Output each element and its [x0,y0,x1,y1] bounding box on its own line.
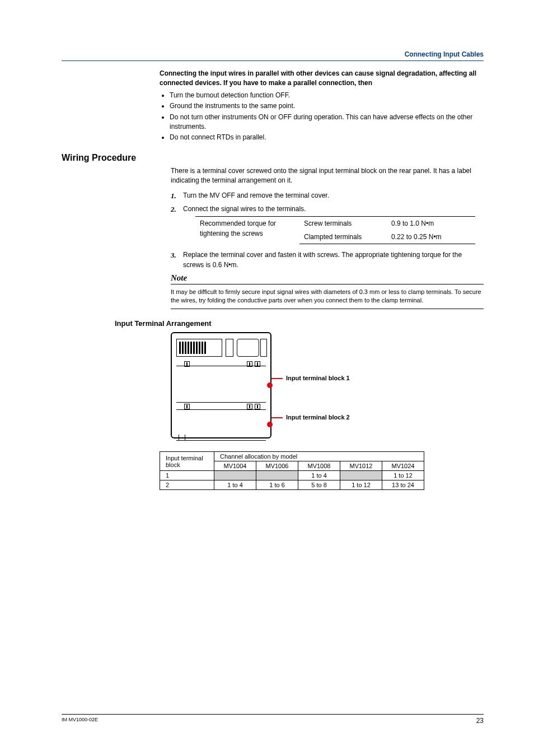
arrangement-heading: Input Terminal Arrangement [115,319,484,328]
step-2: 2.Connect the signal wires to the termin… [171,204,484,244]
callout-leader-icon [271,378,283,379]
step-text: Connect the signal wires to the terminal… [183,205,306,213]
model-header: MV1012 [340,461,382,471]
cell [256,471,298,480]
ground-icon [226,339,233,357]
cell: 1 to 4 [214,480,256,490]
step-3: 3.Replace the terminal cover and fasten … [171,250,484,270]
step-1: 1.Turn the MV OFF and remove the termina… [171,190,484,200]
foot-icon [179,435,185,441]
list-item: Do not turn other instruments ON or OFF … [170,113,484,132]
callout-leader-icon [271,417,283,418]
note-body: It may be difficult to firmly secure inp… [171,286,484,310]
model-header: MV1004 [214,461,256,471]
page-number: 23 [476,717,484,725]
cell: 13 to 24 [382,480,424,490]
callout-label-2: Input terminal block 2 [286,414,350,421]
row-block: 1 [160,471,214,480]
model-header: MV1024 [382,461,424,471]
table-head-group: Channel allocation by model [214,452,424,461]
table-row: 2 1 to 4 1 to 6 5 to 8 1 to 12 13 to 24 [160,480,424,490]
model-header: MV1008 [298,461,340,471]
device-outline [171,332,271,438]
note-heading: Note [171,273,484,284]
callout-label-1: Input terminal block 1 [286,375,350,381]
table-head-block: Input terminal block [160,452,214,471]
running-header: Connecting Input Cables [62,50,484,58]
channel-allocation-table: Input terminal block Channel allocation … [160,451,424,490]
wiring-steps: 1.Turn the MV OFF and remove the termina… [171,190,484,270]
connector-slot-icon [176,339,222,357]
torque-value: 0.9 to 1.0 N•m [387,216,475,230]
cell [214,471,256,480]
cell [340,471,382,480]
torque-table: Recommended torque for tightening the sc… [195,216,475,244]
step-text: Turn the MV OFF and remove the terminal … [183,192,329,199]
table-row: 1 1 to 4 1 to 12 [160,471,424,480]
cell: 1 to 12 [382,471,424,480]
list-item: Do not connect RTDs in parallel. [170,133,484,142]
terminal-block-1-icon [176,366,266,403]
model-header: MV1006 [256,461,298,471]
aux-icon [260,339,267,357]
list-item: Turn the burnout detection function OFF. [170,91,484,100]
list-item: Ground the instruments to the same point… [170,101,484,111]
cell: 5 to 8 [298,480,340,490]
cell: 1 to 6 [256,480,298,490]
step-text: Replace the terminal cover and fasten it… [183,251,462,269]
power-inlet-icon [237,339,259,357]
torque-type: Clampted terminals [299,230,387,244]
page-footer: IM MV1000-02E 23 [62,714,484,725]
header-rule [62,60,484,61]
callout-dot-icon [267,422,273,427]
cell: 1 to 4 [298,471,340,480]
torque-row-label: Recommended torque for tightening the sc… [195,216,299,244]
row-block: 2 [160,480,214,490]
torque-value: 0.22 to 0.25 N•m [387,230,475,244]
wiring-lead: There is a terminal cover screwed onto t… [171,166,484,186]
parallel-warning: Connecting the input wires in parallel w… [160,69,484,88]
doc-id: IM MV1000-02E [62,717,98,725]
terminal-block-2-icon [176,409,266,441]
rear-panel-diagram: Input terminal block 1 Input terminal bl… [171,332,434,441]
callout-dot-icon [267,382,273,388]
parallel-warning-list: Turn the burnout detection function OFF.… [160,91,484,143]
wiring-procedure-heading: Wiring Procedure [62,153,484,163]
torque-type: Screw terminals [299,216,387,230]
cell: 1 to 12 [340,480,382,490]
